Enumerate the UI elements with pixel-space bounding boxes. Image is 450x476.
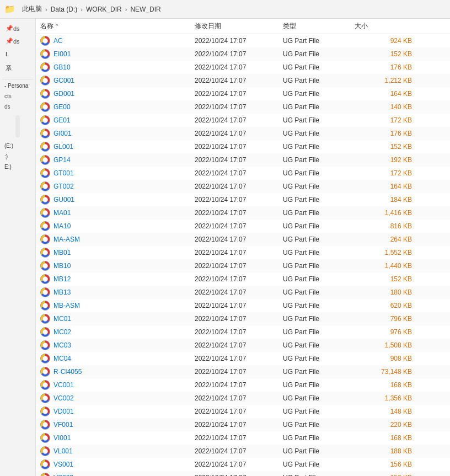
table-row[interactable]: MC02 2022/10/24 17:07 UG Part File 976 K…: [36, 325, 450, 339]
sidebar-personal: - Persona: [2, 79, 33, 90]
file-type: UG Part File: [278, 116, 350, 124]
table-row[interactable]: MA01 2022/10/24 17:07 UG Part File 1,416…: [36, 206, 450, 220]
table-row[interactable]: GE01 2022/10/24 17:07 UG Part File 172 K…: [36, 114, 450, 127]
sidebar-ds2[interactable]: ds: [2, 103, 33, 111]
breadcrumb-data-d[interactable]: Data (D:): [49, 4, 80, 14]
table-row[interactable]: GB10 2022/10/24 17:07 UG Part File 176 K…: [36, 61, 450, 74]
sidebar-scrollbar[interactable]: [15, 115, 20, 137]
col-header-size[interactable]: 大小: [350, 19, 416, 34]
sidebar-drive-e2[interactable]: E:): [2, 163, 33, 171]
pin-icon-1: 📌: [6, 25, 13, 32]
nx-part-icon: [40, 367, 50, 377]
table-row[interactable]: VI001 2022/10/24 17:07 UG Part File 168 …: [36, 431, 450, 445]
table-row[interactable]: MA10 2022/10/24 17:07 UG Part File 816 K…: [36, 220, 450, 233]
file-name-cell: AC: [36, 36, 190, 46]
file-name: MA-ASM: [53, 236, 80, 243]
table-row[interactable]: VD001 2022/10/24 17:07 UG Part File 148 …: [36, 405, 450, 418]
table-row[interactable]: GP14 2022/10/24 17:07 UG Part File 192 K…: [36, 153, 450, 167]
col-header-date[interactable]: 修改日期: [190, 19, 278, 34]
table-row[interactable]: GC001 2022/10/24 17:07 UG Part File 1,21…: [36, 74, 450, 87]
table-row[interactable]: GI001 2022/10/24 17:07 UG Part File 176 …: [36, 127, 450, 140]
file-date: 2022/10/24 17:07: [190, 394, 278, 402]
sidebar-drive-e[interactable]: (E:): [2, 142, 33, 150]
col-header-name[interactable]: 名称 ^: [36, 19, 190, 34]
file-name: MA01: [53, 209, 71, 217]
table-row[interactable]: MB-ASM 2022/10/24 17:07 UG Part File 620…: [36, 299, 450, 312]
file-date: 2022/10/24 17:07: [190, 222, 278, 230]
file-date: 2022/10/24 17:07: [190, 169, 278, 177]
table-row[interactable]: VF001 2022/10/24 17:07 UG Part File 220 …: [36, 418, 450, 431]
file-name: R-CI4055: [53, 368, 82, 376]
folder-icon: 📁: [4, 4, 15, 14]
file-list: AC 2022/10/24 17:07 UG Part File 924 KB …: [36, 34, 450, 476]
file-size: 1,440 KB: [350, 262, 416, 270]
file-size: 1,552 KB: [350, 249, 416, 256]
table-row[interactable]: EI001 2022/10/24 17:07 UG Part File 152 …: [36, 47, 450, 61]
file-date: 2022/10/24 17:07: [190, 209, 278, 217]
sidebar-cts[interactable]: cts: [2, 92, 33, 100]
table-row[interactable]: VC002 2022/10/24 17:07 UG Part File 1,35…: [36, 392, 450, 405]
file-date: 2022/10/24 17:07: [190, 249, 278, 256]
table-row[interactable]: VS001 2022/10/24 17:07 UG Part File 156 …: [36, 458, 450, 471]
table-row[interactable]: GT002 2022/10/24 17:07 UG Part File 164 …: [36, 180, 450, 193]
table-row[interactable]: VS002 2022/10/24 17:07 UG Part File 156 …: [36, 471, 450, 476]
table-row[interactable]: R-CI4055 2022/10/24 17:07 UG Part File 7…: [36, 365, 450, 378]
table-row[interactable]: GE00 2022/10/24 17:07 UG Part File 140 K…: [36, 100, 450, 114]
table-row[interactable]: GU001 2022/10/24 17:07 UG Part File 184 …: [36, 193, 450, 206]
nx-part-icon: [40, 340, 50, 350]
file-size: 164 KB: [350, 90, 416, 98]
col-header-type[interactable]: 类型: [278, 19, 350, 34]
file-size: 148 KB: [350, 408, 416, 415]
file-date: 2022/10/24 17:07: [190, 196, 278, 204]
file-size: 908 KB: [350, 355, 416, 362]
sidebar-drive-c[interactable]: :): [2, 152, 33, 161]
nx-part-icon: [40, 221, 50, 231]
file-name-cell: VS002: [36, 473, 190, 476]
file-date: 2022/10/24 17:07: [190, 183, 278, 190]
table-row[interactable]: MA-ASM 2022/10/24 17:07 UG Part File 264…: [36, 233, 450, 246]
table-row[interactable]: GL001 2022/10/24 17:07 UG Part File 152 …: [36, 140, 450, 153]
sort-arrow-icon: ^: [56, 23, 58, 29]
breadcrumb-new-dir[interactable]: NEW_DIR: [128, 4, 163, 14]
file-date: 2022/10/24 17:07: [190, 50, 278, 58]
sidebar-pin-1[interactable]: 📌 ds: [2, 23, 33, 34]
file-date: 2022/10/24 17:07: [190, 421, 278, 429]
table-row[interactable]: MC01 2022/10/24 17:07 UG Part File 796 K…: [36, 312, 450, 325]
table-row[interactable]: GT001 2022/10/24 17:07 UG Part File 172 …: [36, 167, 450, 180]
file-name: AC: [53, 37, 63, 45]
file-name: MB01: [53, 249, 71, 256]
file-name-cell: MB12: [36, 274, 190, 284]
file-type: UG Part File: [278, 156, 350, 164]
breadcrumb-work-dir[interactable]: WORK_DIR: [84, 4, 124, 14]
file-size: 168 KB: [350, 381, 416, 389]
sidebar-cts-label: cts: [4, 93, 12, 99]
nx-part-icon: [40, 36, 50, 46]
nx-part-icon: [40, 433, 50, 443]
file-name-cell: GL001: [36, 142, 190, 152]
sidebar-section-xi[interactable]: 系: [2, 62, 33, 74]
table-row[interactable]: MB12 2022/10/24 17:07 UG Part File 152 K…: [36, 272, 450, 286]
file-name-cell: GU001: [36, 195, 190, 205]
explorer-window: 📁 此电脑 › Data (D:) › WORK_DIR › NEW_DIR 📌…: [0, 0, 450, 476]
sidebar-section-l[interactable]: L: [2, 49, 33, 60]
table-row[interactable]: GD001 2022/10/24 17:07 UG Part File 164 …: [36, 87, 450, 100]
table-row[interactable]: MB01 2022/10/24 17:07 UG Part File 1,552…: [36, 246, 450, 259]
sidebar-pin-2[interactable]: 📌 ds: [2, 36, 33, 46]
file-name: VD001: [53, 408, 74, 415]
file-type: UG Part File: [278, 461, 350, 468]
file-date: 2022/10/24 17:07: [190, 341, 278, 349]
table-row[interactable]: MB10 2022/10/24 17:07 UG Part File 1,440…: [36, 259, 450, 272]
file-size: 73,148 KB: [350, 368, 416, 376]
table-row[interactable]: MB13 2022/10/24 17:07 UG Part File 180 K…: [36, 286, 450, 299]
table-row[interactable]: MC03 2022/10/24 17:07 UG Part File 1,508…: [36, 339, 450, 352]
file-name-cell: EI001: [36, 49, 190, 59]
nx-part-icon: [40, 102, 50, 112]
table-row[interactable]: VC001 2022/10/24 17:07 UG Part File 168 …: [36, 378, 450, 392]
file-date: 2022/10/24 17:07: [190, 368, 278, 376]
table-row[interactable]: AC 2022/10/24 17:07 UG Part File 924 KB: [36, 34, 450, 47]
file-type: UG Part File: [278, 222, 350, 230]
file-date: 2022/10/24 17:07: [190, 90, 278, 98]
table-row[interactable]: MC04 2022/10/24 17:07 UG Part File 908 K…: [36, 352, 450, 365]
breadcrumb-this-pc[interactable]: 此电脑: [20, 3, 44, 15]
table-row[interactable]: VL001 2022/10/24 17:07 UG Part File 188 …: [36, 445, 450, 458]
